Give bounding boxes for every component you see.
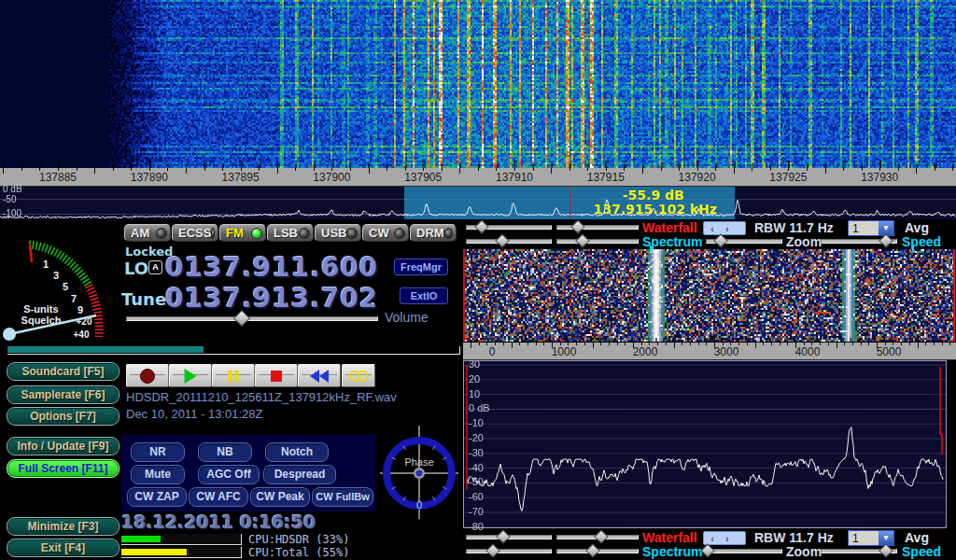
nb-button[interactable]: NB	[198, 442, 252, 462]
scale-tick-label: 137885	[32, 171, 84, 184]
af-zoom-slider[interactable]	[706, 235, 782, 246]
scale-tick-label: 137925	[762, 171, 814, 184]
playback-progress[interactable]	[7, 346, 460, 355]
s-meter[interactable]: 1 3 5 7 9 +20 +40 S-units Squelch	[0, 219, 121, 359]
rf-spectrum-low-slider[interactable]	[466, 545, 552, 556]
rf-spectrum[interactable]: 0 dB -50 -100 -55.9 dB 137.915.102 kHz	[0, 187, 956, 219]
scale-tick	[828, 343, 829, 345]
af-db-label: -50	[469, 476, 484, 487]
rf-speed-slider[interactable]	[821, 545, 897, 556]
record-button[interactable]	[126, 364, 169, 387]
volume-slider[interactable]	[126, 313, 378, 324]
rf-avg-dropdown[interactable]: 1 ▾	[848, 530, 894, 546]
af-waterfall-label[interactable]: Waterfall	[642, 220, 697, 235]
af-rbw-value: RBW 11.7 Hz	[754, 220, 834, 235]
scale-tick-label: 137915	[580, 171, 632, 184]
s-meter-red-arc	[89, 286, 99, 337]
minimize-button[interactable]: Minimize [F3]	[7, 517, 120, 536]
mode-ecss-button[interactable]: ECSS	[172, 224, 218, 242]
af-waterfall[interactable]	[465, 249, 954, 342]
record-icon	[140, 369, 155, 384]
scale-tick	[734, 168, 735, 174]
stop-button[interactable]	[255, 364, 298, 387]
rf-frequency-scale[interactable]: 1378851378901378951379001379051379101379…	[0, 168, 956, 187]
mode-usb-button[interactable]: USB	[315, 224, 361, 242]
af-frequency-scale[interactable]: 010002000300040005000	[463, 343, 956, 360]
pause-button[interactable]	[212, 364, 255, 387]
af-db-label: -70	[469, 506, 484, 517]
loop-button[interactable]	[342, 364, 375, 387]
scale-tick-label: 2000	[619, 345, 671, 358]
play-button[interactable]	[169, 364, 212, 387]
scale-tick	[901, 343, 902, 345]
af-waterfall-brightness-slider[interactable]	[466, 221, 552, 232]
scale-tick	[442, 168, 443, 171]
scale-tick	[843, 168, 844, 171]
nr-button[interactable]: NR	[131, 442, 185, 462]
fullscreen-button[interactable]: Full Screen [F11]	[7, 459, 120, 478]
af-spectrum-low-slider[interactable]	[466, 235, 552, 246]
rf-waterfall-brightness-slider[interactable]	[466, 531, 552, 542]
mode-am-button[interactable]: AM	[124, 224, 171, 242]
af-db-label: -80	[469, 521, 484, 532]
af-db-label: 20	[469, 373, 480, 385]
scale-tick	[771, 343, 772, 345]
rf-rbw-spinner[interactable]: ‹›	[703, 531, 746, 545]
rf-waterfall-label[interactable]: Waterfall	[642, 530, 697, 545]
scale-tick	[536, 343, 537, 345]
phase-label: Phase	[404, 456, 433, 468]
cw-peak-button[interactable]: CW Peak	[250, 487, 310, 507]
rf-zoom-slider[interactable]	[706, 545, 782, 556]
scale-tick-label: 137920	[671, 171, 724, 184]
info-update-button[interactable]: Info / Update [F9]	[7, 437, 120, 455]
mode-lsb-button[interactable]: LSB	[267, 224, 314, 242]
rf-spectrum-high-slider[interactable]	[556, 545, 639, 556]
af-speed-slider[interactable]	[821, 235, 897, 246]
rewind-button[interactable]	[298, 364, 341, 387]
scale-tick	[877, 343, 878, 348]
soundcard-button[interactable]: Soundcard [F5]	[7, 362, 120, 381]
slider-thumb[interactable]	[233, 310, 250, 327]
scale-tick	[584, 343, 585, 345]
scale-tick	[600, 343, 601, 345]
af-rbw-spinner[interactable]: ‹›	[703, 221, 746, 235]
samplerate-button[interactable]: Samplerate [F6]	[7, 385, 120, 404]
phase-scope[interactable]: Phase 0	[376, 423, 462, 522]
extio-button[interactable]: ExtIO	[400, 287, 448, 304]
auto-lock-badge[interactable]: A	[148, 260, 162, 274]
rf-spectrum-label[interactable]: Spectrum	[642, 544, 703, 559]
scale-tick-label: 137905	[397, 171, 449, 184]
scale-tick	[459, 168, 460, 174]
scale-tick	[552, 343, 553, 348]
mode-drm-button[interactable]: DRM	[410, 224, 457, 242]
cw-zap-button[interactable]: CW ZAP	[127, 487, 187, 507]
rf-waterfall-contrast-slider[interactable]	[556, 531, 639, 542]
despread-button[interactable]: Despread	[263, 465, 336, 484]
notch-button[interactable]: Notch	[265, 442, 329, 462]
freqmgr-button[interactable]: FreqMgr	[394, 259, 448, 275]
scale-tick-label: 137900	[305, 171, 358, 184]
cw-fullbw-button[interactable]: CW FullBw	[312, 487, 373, 507]
scale-tick	[486, 343, 487, 345]
rf-waterfall[interactable]	[0, 0, 956, 168]
agc-button[interactable]: AGC Off	[198, 465, 260, 484]
exit-button[interactable]: Exit [F4]	[7, 539, 120, 557]
scale-tick	[479, 343, 480, 345]
options-button[interactable]: Options [F7]	[7, 407, 120, 426]
mute-button[interactable]: Mute	[131, 465, 185, 484]
scale-tick	[642, 168, 643, 174]
mode-cw-button[interactable]: CW	[362, 224, 409, 242]
af-spectrum-high-slider[interactable]	[556, 235, 639, 246]
af-waterfall-contrast-slider[interactable]	[556, 221, 639, 232]
scale-tick	[949, 343, 950, 345]
mode-fm-button[interactable]: FM	[219, 224, 266, 242]
lo-frequency[interactable]: 0137.911.600	[165, 252, 378, 283]
af-avg-dropdown[interactable]: 1 ▾	[848, 220, 894, 236]
tune-frequency[interactable]: 0137.913.702	[165, 283, 378, 314]
af-db-label: -20	[469, 432, 484, 443]
cw-afc-button[interactable]: CW AFC	[189, 487, 248, 507]
mode-led	[299, 228, 310, 239]
scale-tick	[868, 343, 869, 345]
tune-label: Tune	[121, 289, 166, 309]
af-spectrum[interactable]: 3020100 dB-10-20-30-40-50-60-70-80	[463, 360, 947, 528]
